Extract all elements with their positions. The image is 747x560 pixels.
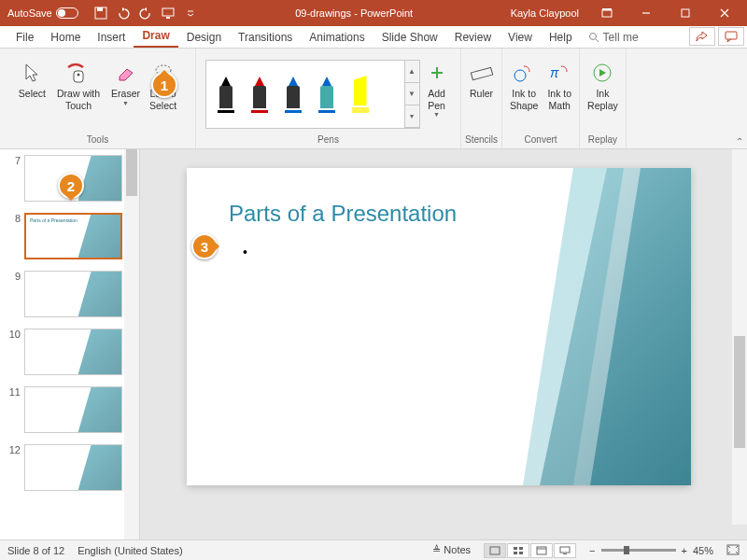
pen-gallery[interactable]: ▲▼▾: [205, 60, 420, 129]
pen-item[interactable]: [210, 77, 242, 113]
window-title: 09-drawings - PowerPoint: [198, 7, 511, 19]
tab-file[interactable]: File: [7, 27, 42, 48]
zoom-in-button[interactable]: +: [682, 545, 687, 556]
thumbnail-scrollbar[interactable]: [124, 149, 139, 539]
tab-slideshow[interactable]: Slide Show: [374, 27, 446, 48]
svg-rect-14: [471, 67, 492, 79]
group-pens-label: Pens: [317, 133, 339, 147]
share-button[interactable]: [689, 27, 715, 46]
tab-home[interactable]: Home: [42, 27, 89, 48]
collapse-ribbon-button[interactable]: ⌃: [736, 136, 743, 147]
chevron-down-icon: ▼: [433, 111, 440, 119]
slide-counter[interactable]: Slide 8 of 12: [7, 545, 64, 556]
draw-with-touch-button[interactable]: Draw with Touch: [51, 56, 106, 115]
svg-rect-21: [514, 552, 517, 554]
callout-3: 3: [191, 233, 218, 259]
slide-title[interactable]: Parts of a Presentation: [229, 201, 457, 227]
replay-icon: [592, 60, 613, 86]
svg-rect-19: [514, 547, 517, 550]
eraser-button[interactable]: Eraser ▼: [107, 56, 144, 111]
tab-view[interactable]: View: [500, 27, 541, 48]
tell-me-search[interactable]: Tell me: [581, 27, 646, 48]
select-label: Select: [19, 88, 46, 100]
svg-rect-18: [490, 547, 500, 554]
comments-button[interactable]: [718, 27, 744, 46]
zoom-slider[interactable]: [601, 549, 676, 552]
title-bar: AutoSave 09-drawings - PowerPoint Kayla …: [0, 0, 747, 26]
pen-item[interactable]: [311, 77, 343, 113]
slide-number: 11: [6, 386, 21, 398]
add-pen-button[interactable]: Add Pen ▼: [422, 56, 452, 123]
thumbnail-pane[interactable]: 78Parts of a Presentation9101112: [0, 149, 140, 539]
minimize-button[interactable]: [627, 0, 665, 26]
start-from-beginning-button[interactable]: [161, 6, 176, 21]
svg-rect-5: [602, 8, 612, 10]
callout-2: 2: [58, 173, 84, 199]
save-button[interactable]: [93, 6, 108, 21]
cursor-icon: [23, 60, 40, 86]
zoom-control[interactable]: − + 45%: [589, 545, 713, 556]
pen-item[interactable]: [277, 77, 309, 113]
eraser-label: Eraser: [111, 88, 140, 100]
autosave-label: AutoSave: [7, 7, 52, 19]
pen-item[interactable]: [244, 77, 275, 113]
tab-draw[interactable]: Draw: [134, 25, 177, 48]
gallery-scroll[interactable]: ▲▼▾: [404, 61, 419, 128]
slide-sorter-button[interactable]: [507, 543, 529, 558]
svg-rect-4: [602, 10, 612, 17]
svg-rect-1: [97, 7, 103, 11]
reading-view-button[interactable]: [530, 543, 553, 558]
autosave-toggle[interactable]: AutoSave: [7, 7, 78, 19]
tab-help[interactable]: Help: [541, 27, 581, 48]
ink-to-shape-button[interactable]: Ink to Shape: [506, 56, 542, 115]
undo-button[interactable]: [116, 6, 131, 21]
ribbon-tabs: File Home Insert Draw Design Transitions…: [0, 26, 747, 49]
ribbon-display-button[interactable]: [588, 0, 626, 26]
ink-to-math-button[interactable]: π Ink to Math: [543, 56, 575, 115]
slideshow-view-button[interactable]: [554, 543, 576, 558]
tab-insert[interactable]: Insert: [89, 27, 134, 48]
tab-animations[interactable]: Animations: [301, 27, 373, 48]
zoom-level[interactable]: 45%: [693, 545, 713, 556]
tab-transitions[interactable]: Transitions: [230, 27, 301, 48]
thumbnail-slide[interactable]: 12: [0, 439, 139, 497]
thumbnail-slide[interactable]: 10: [0, 323, 139, 381]
thumbnail-slide[interactable]: 8Parts of a Presentation: [0, 207, 139, 265]
slide-number: 12: [6, 444, 21, 455]
user-name[interactable]: Kayla Claypool: [511, 7, 579, 19]
thumbnail-slide[interactable]: 9: [0, 265, 139, 323]
tab-design[interactable]: Design: [178, 27, 230, 48]
svg-rect-26: [563, 553, 567, 554]
select-button[interactable]: Select: [15, 56, 49, 104]
group-tools-label: Tools: [87, 133, 108, 147]
ink-replay-button[interactable]: Ink Replay: [584, 56, 622, 115]
tab-review[interactable]: Review: [446, 27, 500, 48]
close-button[interactable]: [706, 0, 743, 26]
ruler-label: Ruler: [470, 88, 493, 100]
zoom-out-button[interactable]: −: [589, 545, 595, 556]
ruler-button[interactable]: Ruler: [466, 56, 498, 104]
ink-replay-label: Ink Replay: [587, 88, 618, 111]
svg-line-9: [596, 39, 599, 42]
notes-button[interactable]: ≜ Notes: [432, 544, 471, 556]
svg-rect-20: [519, 547, 523, 550]
add-pen-label: Add Pen: [428, 88, 445, 111]
view-buttons: [484, 543, 576, 558]
slide-canvas[interactable]: Parts of a Presentation •: [187, 168, 691, 485]
svg-rect-23: [537, 547, 546, 554]
ink-shape-icon: [513, 60, 535, 86]
redo-button[interactable]: [138, 6, 153, 21]
normal-view-button[interactable]: [484, 543, 506, 558]
pen-item[interactable]: [345, 76, 376, 113]
svg-rect-10: [726, 32, 737, 39]
thumbnail-slide[interactable]: 11: [0, 381, 139, 439]
qat-customize-button[interactable]: [183, 6, 198, 21]
slide-scrollbar[interactable]: [732, 149, 747, 525]
language-status[interactable]: English (United States): [78, 545, 183, 556]
fit-to-window-button[interactable]: [726, 544, 740, 557]
svg-point-12: [78, 74, 80, 77]
slide-bullet[interactable]: •: [243, 245, 247, 259]
ink-to-math-label: Ink to Math: [547, 88, 571, 111]
svg-rect-25: [560, 547, 570, 553]
maximize-button[interactable]: [667, 0, 704, 26]
